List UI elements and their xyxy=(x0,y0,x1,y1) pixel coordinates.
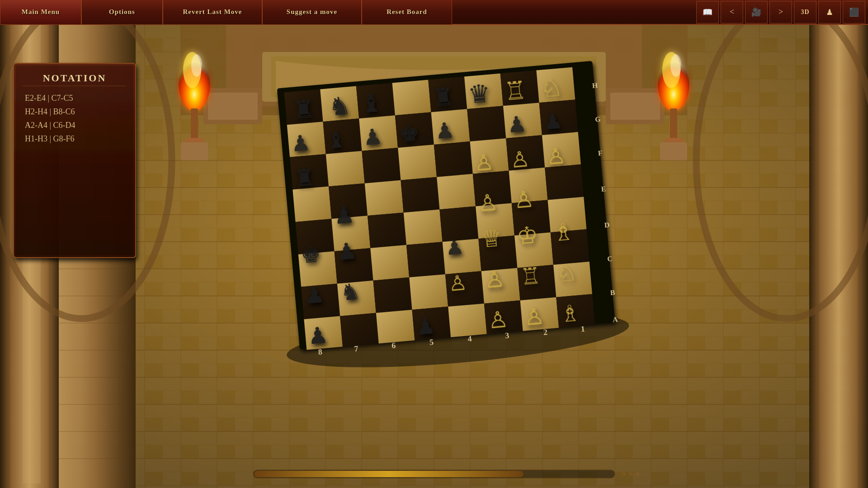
notation-move-3: A2-A4 | C6-D4 xyxy=(25,121,75,130)
svg-text:♟: ♟ xyxy=(362,124,383,150)
svg-rect-126 xyxy=(376,310,415,344)
svg-text:A: A xyxy=(612,315,618,324)
svg-text:♕: ♕ xyxy=(480,225,503,253)
svg-rect-29 xyxy=(191,108,198,140)
svg-rect-118 xyxy=(373,277,412,313)
checkerboard-button[interactable]: ⬛ xyxy=(843,1,865,23)
svg-text:♙: ♙ xyxy=(483,266,506,293)
svg-text:F: F xyxy=(598,149,603,157)
svg-text:♜: ♜ xyxy=(293,164,316,192)
next-button[interactable]: > xyxy=(769,1,792,23)
svg-rect-110 xyxy=(370,245,409,281)
svg-rect-31 xyxy=(181,142,208,160)
svg-rect-103 xyxy=(404,209,443,245)
suggest-move-button[interactable]: Suggest a move xyxy=(262,0,362,24)
svg-text:♖: ♖ xyxy=(503,76,528,106)
svg-text:♗: ♗ xyxy=(552,219,575,246)
svg-text:♙: ♙ xyxy=(513,186,535,213)
svg-text:B: B xyxy=(610,288,615,296)
svg-text:♙: ♙ xyxy=(509,147,530,173)
svg-text:♟: ♟ xyxy=(290,131,311,156)
notation-move-2: H2-H4 | B8-C6 xyxy=(25,107,75,116)
notation-move-1: E2-E4 | C7-C5 xyxy=(25,94,73,103)
prev-button[interactable]: < xyxy=(721,1,743,23)
progress-bar-area xyxy=(253,470,615,478)
checkerboard-icon: ⬛ xyxy=(849,7,859,17)
svg-text:♟: ♟ xyxy=(415,314,436,339)
svg-text:♙: ♙ xyxy=(476,189,499,216)
svg-rect-99 xyxy=(545,164,584,200)
svg-text:E: E xyxy=(601,185,606,193)
svg-point-28 xyxy=(191,54,202,77)
svg-rect-88 xyxy=(434,141,473,177)
svg-text:♟: ♟ xyxy=(434,118,455,144)
svg-text:♟: ♟ xyxy=(506,112,527,137)
svg-text:♞: ♞ xyxy=(327,92,352,121)
svg-rect-95 xyxy=(401,177,439,213)
notation-title: NOTATION xyxy=(43,72,107,84)
svg-text:♜: ♜ xyxy=(291,95,316,124)
camera-button[interactable]: 🎥 xyxy=(745,1,768,23)
svg-rect-102 xyxy=(368,212,406,248)
svg-rect-23 xyxy=(208,93,258,120)
svg-point-34 xyxy=(670,54,681,77)
svg-rect-86 xyxy=(362,148,401,183)
svg-text:G: G xyxy=(595,115,601,123)
camera-icon: 🎥 xyxy=(751,7,761,17)
game-scene: ⬥⬥⬥⬥⬥⬥⬥⬥⬥⬥⬥⬥⬥⬥⬥⬥⬥⬥⬥⬥⬥⬥⬥ xyxy=(0,25,868,488)
svg-rect-125 xyxy=(340,313,379,347)
svg-rect-96 xyxy=(437,174,476,210)
svg-text:♝: ♝ xyxy=(359,89,383,118)
svg-rect-87 xyxy=(398,145,437,180)
svg-text:♟: ♟ xyxy=(444,235,465,259)
svg-text:♞: ♞ xyxy=(339,278,362,305)
svg-rect-35 xyxy=(670,108,677,140)
svg-text:♜: ♜ xyxy=(431,83,455,112)
svg-text:♟: ♟ xyxy=(335,238,358,265)
next-icon: > xyxy=(778,7,783,17)
svg-point-177 xyxy=(636,472,639,476)
svg-rect-174 xyxy=(254,471,524,477)
svg-text:♙: ♙ xyxy=(448,271,468,296)
svg-text:♝: ♝ xyxy=(325,127,348,154)
svg-rect-81 xyxy=(467,106,506,141)
svg-text:C: C xyxy=(607,255,613,263)
svg-rect-128 xyxy=(448,304,487,338)
menu-bar: Main Menu Options Revert Last Move Sugge… xyxy=(0,0,868,25)
svg-text:D: D xyxy=(604,221,610,229)
book-button[interactable]: 📖 xyxy=(696,1,719,23)
revert-last-move-button[interactable]: Revert Last Move xyxy=(163,0,262,24)
svg-rect-85 xyxy=(326,151,365,187)
svg-text:H: H xyxy=(592,81,598,89)
svg-text:♖: ♖ xyxy=(519,263,542,290)
options-button[interactable]: Options xyxy=(81,0,163,24)
svg-text:♙: ♙ xyxy=(487,306,509,333)
svg-text:♚: ♚ xyxy=(398,120,420,147)
svg-text:♘: ♘ xyxy=(539,73,563,103)
main-menu-button[interactable]: Main Menu xyxy=(0,0,81,24)
svg-text:♙: ♙ xyxy=(523,303,546,330)
svg-text:♗: ♗ xyxy=(559,300,581,327)
person-button[interactable]: ♟ xyxy=(818,1,841,23)
svg-text:♟: ♟ xyxy=(303,282,326,309)
game-area: ⬥⬥⬥⬥⬥⬥⬥⬥⬥⬥⬥⬥⬥⬥⬥⬥⬥⬥⬥⬥⬥⬥⬥ xyxy=(0,25,868,488)
svg-text:♙: ♙ xyxy=(473,150,494,176)
book-icon: 📖 xyxy=(703,7,712,17)
reset-board-button[interactable]: Reset Board xyxy=(362,0,452,24)
person-icon: ♟ xyxy=(826,7,833,17)
svg-text:♟: ♟ xyxy=(332,202,356,229)
svg-text:♟: ♟ xyxy=(307,322,329,349)
svg-rect-119 xyxy=(409,274,448,310)
svg-text:♘: ♘ xyxy=(555,260,578,287)
3d-button[interactable]: 3D xyxy=(794,1,816,23)
svg-rect-37 xyxy=(660,142,687,160)
notation-move-4: H1-H3 | G8-F6 xyxy=(25,134,75,143)
menu-right-icons: 📖 < 🎥 > 3D ♟ ⬛ xyxy=(696,1,868,23)
svg-text:♔: ♔ xyxy=(516,222,539,249)
svg-text:♚: ♚ xyxy=(300,241,322,268)
svg-point-175 xyxy=(622,472,626,476)
svg-text:♟: ♟ xyxy=(542,108,563,134)
svg-point-176 xyxy=(629,472,632,476)
svg-text:♙: ♙ xyxy=(545,144,566,169)
prev-icon: < xyxy=(730,7,734,17)
